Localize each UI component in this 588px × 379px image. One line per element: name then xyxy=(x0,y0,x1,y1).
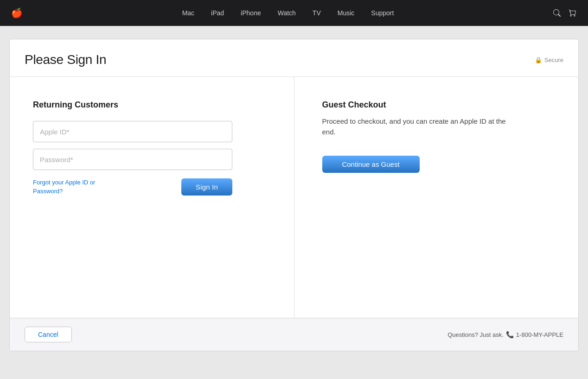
card-header: Please Sign In 🔒 Secure xyxy=(10,39,578,77)
lock-icon: 🔒 xyxy=(535,57,542,63)
nav-item-ipad[interactable]: iPad xyxy=(203,9,232,17)
page-content: Please Sign In 🔒 Secure Returning Custom… xyxy=(0,26,588,360)
nav-icon-group xyxy=(553,9,577,17)
card-body: Returning Customers Forgot your Apple ID… xyxy=(10,77,578,318)
search-button[interactable] xyxy=(553,9,561,17)
continue-as-guest-button[interactable]: Continue as Guest xyxy=(322,156,420,173)
cart-icon xyxy=(569,9,577,17)
nav-item-support[interactable]: Support xyxy=(363,9,402,17)
nav-item-iphone[interactable]: iPhone xyxy=(232,9,269,17)
nav-items: Mac iPad iPhone Watch TV Music Support xyxy=(23,9,553,17)
cart-button[interactable] xyxy=(569,9,577,17)
apple-logo[interactable]: 🍎 xyxy=(11,7,23,19)
footer-help: Questions? Just ask. 📞 1-800-MY-APPLE xyxy=(447,331,563,338)
page-title: Please Sign In xyxy=(25,52,106,67)
main-nav: 🍎 Mac iPad iPhone Watch TV Music Support xyxy=(0,0,588,26)
password-group xyxy=(33,149,266,170)
search-icon xyxy=(553,9,561,17)
forgot-link[interactable]: Forgot your Apple ID or Password? xyxy=(33,178,107,195)
cancel-button[interactable]: Cancel xyxy=(25,327,72,342)
phone-icon: 📞 xyxy=(506,331,514,338)
secure-badge: 🔒 Secure xyxy=(535,57,563,63)
form-actions: Forgot your Apple ID or Password? Sign I… xyxy=(33,178,232,196)
main-card: Please Sign In 🔒 Secure Returning Custom… xyxy=(9,39,579,351)
nav-item-mac[interactable]: Mac xyxy=(174,9,203,17)
sign-in-button[interactable]: Sign In xyxy=(181,178,232,196)
help-text: Questions? Just ask. xyxy=(447,331,504,338)
guest-checkout-section: Guest Checkout Proceed to checkout, and … xyxy=(294,77,579,318)
nav-item-tv[interactable]: TV xyxy=(304,9,329,17)
password-input[interactable] xyxy=(33,149,232,170)
nav-item-watch[interactable]: Watch xyxy=(269,9,304,17)
returning-customers-title: Returning Customers xyxy=(33,100,266,110)
apple-id-input[interactable] xyxy=(33,121,232,142)
apple-id-group xyxy=(33,121,266,142)
secure-label: Secure xyxy=(544,57,563,63)
guest-checkout-description: Proceed to checkout, and you can create … xyxy=(322,116,508,137)
card-footer: Cancel Questions? Just ask. 📞 1-800-MY-A… xyxy=(10,318,578,351)
nav-item-music[interactable]: Music xyxy=(329,9,363,17)
guest-checkout-title: Guest Checkout xyxy=(322,100,556,110)
phone-number: 1-800-MY-APPLE xyxy=(516,331,563,338)
returning-customers-section: Returning Customers Forgot your Apple ID… xyxy=(10,77,294,318)
